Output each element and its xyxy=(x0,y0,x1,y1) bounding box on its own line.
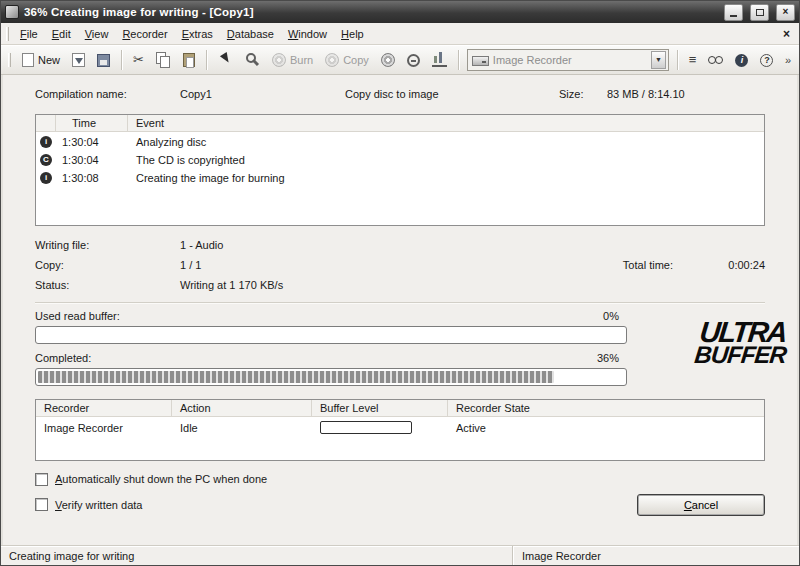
recorder-table-row[interactable]: Image Recorder Idle Active xyxy=(36,417,764,439)
cut-icon: ✂ xyxy=(133,52,144,67)
list-icon: ≡ xyxy=(689,52,697,67)
paste-icon xyxy=(183,53,195,67)
read-buffer-progressbar xyxy=(35,326,627,344)
total-time-label: Total time: xyxy=(623,259,673,271)
titlebar: 36% Creating image for writing - [Copy1]… xyxy=(1,1,799,23)
menu-view[interactable]: View xyxy=(78,25,116,43)
help-button[interactable]: ? xyxy=(755,48,778,72)
new-button-label: New xyxy=(38,54,60,66)
copy-row: Copy: 1 / 1 Total time: 0:00:24 xyxy=(35,255,765,275)
status-label: Status: xyxy=(35,279,180,291)
compilation-mode: Copy disc to image xyxy=(345,88,559,100)
drive-icon xyxy=(472,56,489,66)
recorder-state: Active xyxy=(448,422,764,434)
compilation-name-value: Copy1 xyxy=(180,88,345,100)
main-content: Compilation name: Copy1 Copy disc to ima… xyxy=(1,75,799,545)
window-title: 36% Creating image for writing - [Copy1] xyxy=(24,6,717,18)
chevron-down-icon[interactable]: ▼ xyxy=(651,51,666,69)
recorder-name: Image Recorder xyxy=(36,422,172,434)
maximize-icon xyxy=(756,9,764,16)
close-button[interactable]: × xyxy=(776,4,795,21)
cut-button[interactable]: ✂ xyxy=(128,48,149,72)
burning-app-window: 36% Creating image for writing - [Copy1]… xyxy=(0,0,800,566)
compilation-info-row: Compilation name: Copy1 Copy disc to ima… xyxy=(35,85,765,103)
log-row[interactable]: i 1:30:04 Analyzing disc xyxy=(36,133,764,150)
open-button[interactable] xyxy=(67,48,90,72)
open-icon xyxy=(72,53,85,67)
menu-edit[interactable]: Edit xyxy=(45,25,78,43)
size-label: Size: xyxy=(559,88,607,100)
copy-value: 1 / 1 xyxy=(180,259,440,271)
menu-database[interactable]: Database xyxy=(220,25,281,43)
menu-file[interactable]: File xyxy=(13,25,45,43)
menubar-gripper xyxy=(6,27,9,41)
copy-clipboard-button[interactable] xyxy=(151,48,176,72)
options-button[interactable] xyxy=(240,48,265,72)
completed-label: Completed: xyxy=(35,352,91,364)
toolbar-separator xyxy=(121,50,122,70)
menu-window[interactable]: Window xyxy=(281,25,334,43)
log-icon-column-header xyxy=(36,115,56,131)
cursor-icon xyxy=(218,52,233,67)
disc-info-button[interactable] xyxy=(376,48,400,72)
logo-text-bottom: BUFFER xyxy=(693,345,786,366)
toolbar-overflow-chevron[interactable]: » xyxy=(783,54,793,66)
log-event: Analyzing disc xyxy=(128,136,764,148)
buffer-section: Used read buffer: 0% Completed: 36% ULTR… xyxy=(35,308,765,386)
info-icon: i xyxy=(735,54,748,67)
statusbar-recorder: Image Recorder xyxy=(513,550,601,562)
burn-button[interactable]: Burn xyxy=(267,48,318,72)
new-compilation-button[interactable]: New xyxy=(17,48,65,72)
save-button[interactable] xyxy=(92,48,115,72)
completed-percent: 36% xyxy=(597,352,627,364)
status-fields: Writing file: 1 - Audio Copy: 1 / 1 Tota… xyxy=(35,235,765,295)
writing-file-row: Writing file: 1 - Audio xyxy=(35,235,765,255)
toolbar-separator xyxy=(458,50,459,70)
shutdown-checkbox-label[interactable]: Automatically shut down the PC when done xyxy=(55,473,267,485)
help-icon: ? xyxy=(760,54,773,67)
recorder-select[interactable]: Image Recorder ▼ xyxy=(467,49,669,71)
writing-file-value: 1 - Audio xyxy=(180,239,440,251)
read-buffer-percent: 0% xyxy=(603,310,627,322)
status-bar: Creating image for writing Image Recorde… xyxy=(1,545,799,565)
statusbar-message: Creating image for writing xyxy=(1,546,513,565)
log-time: 1:30:04 xyxy=(56,154,128,166)
completed-row: Completed: 36% xyxy=(35,350,627,366)
copy-icon xyxy=(156,52,171,67)
select-button[interactable] xyxy=(213,48,238,72)
completed-progressbar xyxy=(35,368,627,386)
paste-button[interactable] xyxy=(178,48,200,72)
recorder-table-header: Recorder Action Buffer Level Recorder St… xyxy=(36,400,764,417)
cover-designer-button[interactable] xyxy=(427,48,452,72)
toolbar-separator xyxy=(677,50,678,70)
recorder-column-header: Recorder xyxy=(36,400,172,416)
menu-extras[interactable]: Extras xyxy=(175,25,220,43)
erase-disc-button[interactable] xyxy=(402,48,425,72)
shutdown-checkbox[interactable] xyxy=(35,473,48,486)
log-row[interactable]: C 1:30:04 The CD is copyrighted xyxy=(36,151,764,168)
maximize-button[interactable] xyxy=(750,4,769,21)
recorder-action: Idle xyxy=(172,422,312,434)
menu-recorder[interactable]: Recorder xyxy=(115,25,174,43)
log-row[interactable]: i 1:30:08 Creating the image for burning xyxy=(36,169,764,186)
playlist-button[interactable]: ≡ xyxy=(684,48,702,72)
cancel-button[interactable]: Cancel xyxy=(637,494,765,516)
minimize-button[interactable] xyxy=(724,4,743,21)
recorder-select-value: Image Recorder xyxy=(493,54,647,66)
erase-disc-icon xyxy=(407,54,420,67)
media-view-button[interactable] xyxy=(703,48,728,72)
copyright-icon: C xyxy=(40,154,52,166)
info-button[interactable]: i xyxy=(730,48,753,72)
status-value: Writing at 1 170 KB/s xyxy=(180,279,440,291)
copy-label: Copy: xyxy=(35,259,180,271)
copy-disc-button[interactable]: Copy xyxy=(320,48,374,72)
save-icon xyxy=(97,54,110,67)
mdi-close-button[interactable]: × xyxy=(778,26,795,41)
glasses-icon xyxy=(708,52,723,67)
app-icon xyxy=(5,5,19,19)
burn-disc-icon xyxy=(272,53,286,67)
verify-checkbox-label[interactable]: Verify written data xyxy=(55,499,142,511)
menu-help[interactable]: Help xyxy=(334,25,371,43)
verify-checkbox[interactable] xyxy=(35,498,48,511)
info-icon: i xyxy=(40,172,52,184)
